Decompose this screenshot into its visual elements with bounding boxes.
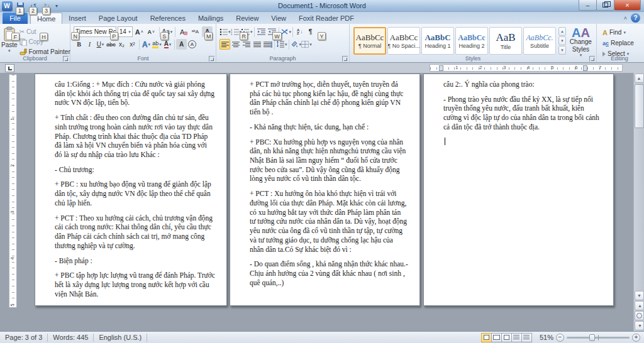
align-right-icon: [243, 41, 250, 48]
keytip-redo: 3: [42, 7, 50, 15]
restore-icon: [602, 3, 608, 8]
sort-button[interactable]: A Z ↓: [294, 26, 305, 37]
collapse-ribbon-icon[interactable]: ˄: [624, 15, 627, 21]
right-indent-marker[interactable]: [583, 65, 587, 71]
language-indicator[interactable]: English (U.S.): [94, 332, 147, 343]
align-center-button[interactable]: [230, 39, 241, 50]
change-styles-button[interactable]: AA Change Styles ▾: [567, 25, 595, 58]
font-dialog-launcher[interactable]: [209, 56, 214, 62]
tab-page-layout[interactable]: Page LayoutP: [92, 13, 144, 24]
style-normal[interactable]: AaBbCc ¶ Normal: [353, 27, 386, 55]
outline-view-button[interactable]: [511, 333, 522, 342]
web-layout-view-button[interactable]: [501, 333, 512, 342]
help-button[interactable]: ?: [631, 13, 640, 23]
style-heading-1[interactable]: AaBbC Heading 1: [421, 27, 454, 55]
document-page-1[interactable]: câu 1:Giống : + Mục đích : Cứu nước và g…: [35, 74, 227, 306]
style-heading-2[interactable]: AaBbCc Heading 2: [455, 27, 488, 55]
borders-button[interactable]: ▾: [301, 39, 312, 50]
justify-button[interactable]: [252, 39, 262, 50]
vertical-ruler[interactable]: 1 2 3 4 5: [9, 74, 17, 308]
tab-view[interactable]: ViewW: [265, 13, 292, 24]
italic-button[interactable]: I: [84, 39, 95, 50]
align-left-button[interactable]: [219, 39, 230, 50]
underline-button[interactable]: U▾: [95, 39, 106, 50]
paragraph: - Chủ trương:: [55, 165, 215, 175]
align-right-button[interactable]: [241, 39, 252, 50]
keytip-insert: N: [71, 32, 79, 40]
word-count[interactable]: Words: 445: [48, 332, 93, 343]
subscript-button[interactable]: x₂: [116, 39, 127, 50]
font-color-button[interactable]: A▾: [162, 39, 173, 50]
print-layout-view-button[interactable]: [481, 333, 492, 342]
change-styles-icon: AA: [572, 27, 590, 38]
next-page-button[interactable]: ▼: [635, 321, 644, 330]
paragraph: + PCT mở trường học, diễn thuyết, tuyên …: [250, 80, 408, 117]
font-size-combo[interactable]: 14 ▾: [118, 26, 133, 37]
previous-page-button[interactable]: ▲: [635, 301, 644, 310]
clipboard-dialog-launcher[interactable]: [63, 56, 69, 62]
zoom-in-button[interactable]: +: [632, 334, 640, 342]
document-page-3[interactable]: câu 2:. Ý nghĩa của phong trào: - Phong …: [423, 74, 614, 306]
bullets-button[interactable]: ▾: [219, 26, 231, 37]
styles-more-icon[interactable]: ▼: [558, 46, 566, 55]
full-screen-reading-view-button[interactable]: [491, 333, 502, 342]
zoom-out-button[interactable]: −: [556, 334, 564, 342]
find-button[interactable]: A Find ▾: [601, 28, 638, 37]
tab-mailings[interactable]: MailingsM: [192, 13, 230, 24]
show-hide-pilcrow-button[interactable]: ¶: [305, 26, 316, 37]
replace-button[interactable]: ac Replace: [601, 38, 638, 48]
tab-insert[interactable]: InsertN: [62, 13, 92, 24]
tab-references[interactable]: ReferencesS: [144, 13, 192, 24]
style-title[interactable]: AaB Title: [489, 27, 522, 55]
close-button[interactable]: ×: [614, 0, 641, 11]
style-no-spacing[interactable]: AaBbCc ¶ No Spaci...: [387, 27, 420, 55]
style-subtitle[interactable]: AaBbCc. Subtitle: [523, 27, 556, 55]
character-shading-button[interactable]: A: [176, 39, 187, 50]
distribute-button[interactable]: [262, 39, 273, 50]
strikethrough-button[interactable]: abc: [106, 39, 116, 50]
horizontal-ruler[interactable]: 1 2 3 4 5 6 7: [430, 64, 623, 72]
tab-review[interactable]: ReviewR: [230, 13, 265, 24]
keytip-page-layout: P: [110, 32, 118, 40]
borders-dropdown-icon: ▾: [309, 42, 312, 47]
scroll-down-icon: ▼: [637, 293, 641, 298]
restore-button[interactable]: [596, 0, 614, 11]
highlight-button[interactable]: ab▾: [152, 39, 162, 50]
superscript-button[interactable]: x²: [127, 39, 138, 50]
zoom-slider[interactable]: [567, 337, 630, 339]
line-spacing-button[interactable]: ▾: [276, 39, 287, 50]
tab-stop-selector[interactable]: [5, 64, 14, 72]
grow-font-button[interactable]: A˄: [134, 26, 145, 37]
enclose-characters-button[interactable]: A: [187, 39, 197, 50]
select-browse-object-button[interactable]: [635, 311, 644, 320]
scroll-down-button[interactable]: ▼: [635, 291, 644, 300]
document-page-2[interactable]: + PCT mở trường học, diễn thuyết, tuyên …: [230, 74, 420, 306]
shading-button[interactable]: ▾: [291, 39, 302, 50]
left-indent-marker[interactable]: [439, 65, 443, 71]
shrink-font-button[interactable]: A˅: [146, 26, 157, 37]
styles-scroll-down-icon[interactable]: ▼: [558, 36, 566, 45]
styles-gallery: AaBbCc ¶ Normal AaBbCc ¶ No Spaci... AaB…: [351, 25, 557, 58]
minimize-button[interactable]: –: [579, 0, 597, 11]
styles-dialog-launcher[interactable]: [589, 56, 595, 62]
draft-view-button[interactable]: [521, 333, 532, 342]
tab-foxit-reader-pdf[interactable]: Foxit Reader PDFY: [292, 13, 360, 24]
scrollbar-thumb[interactable]: [635, 84, 644, 128]
text-effects-button[interactable]: A▾: [141, 39, 152, 50]
justify-icon: [253, 41, 261, 48]
paragraph-dialog-launcher[interactable]: [342, 56, 348, 62]
styles-scroll-up-icon[interactable]: ▲: [558, 27, 566, 36]
clear-formatting-icon: A: [179, 28, 187, 36]
page-indicator[interactable]: Page: 3 of 3: [0, 332, 47, 343]
phonetic-guide-button[interactable]: ᵃᵇA: [190, 26, 201, 37]
vertical-scrollbar[interactable]: ▲ ▼ ▲ ▼: [633, 73, 644, 331]
scroll-up-button[interactable]: ▲: [635, 74, 644, 83]
bold-button[interactable]: B: [74, 39, 84, 50]
clear-formatting-button[interactable]: A: [178, 26, 189, 37]
zoom-slider-thumb[interactable]: [589, 334, 595, 341]
asian-layout-button[interactable]: ▾: [280, 26, 292, 37]
tab-file[interactable]: File F: [3, 13, 28, 24]
zoom-level[interactable]: 51%: [540, 334, 553, 341]
decrease-indent-button[interactable]: [256, 26, 267, 37]
keytip-review: R: [240, 32, 248, 40]
